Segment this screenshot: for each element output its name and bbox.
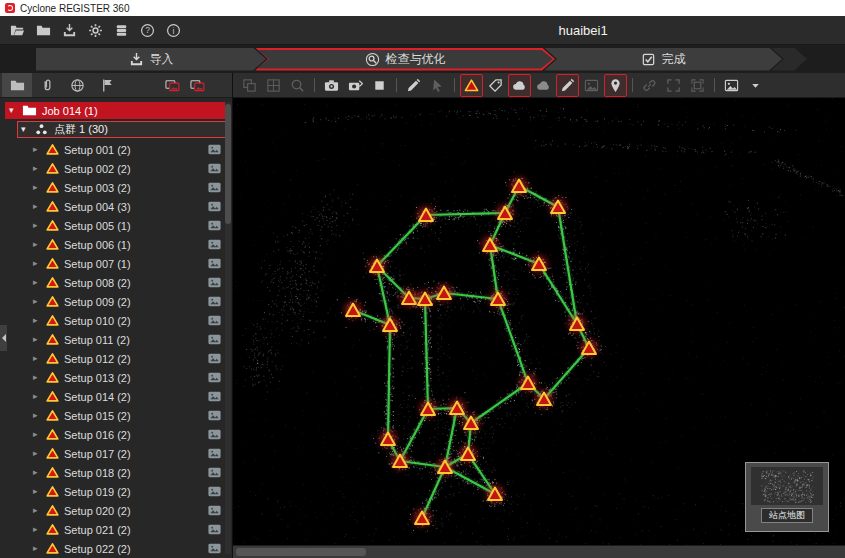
split-view-icon[interactable] xyxy=(262,74,285,97)
tree-row-setup[interactable]: ▸ Setup 018 (2) xyxy=(0,463,232,482)
setup-image-icon[interactable] xyxy=(207,313,222,328)
tree-row-setup[interactable]: ▸ Setup 003 (2) xyxy=(0,178,232,197)
setup-marker[interactable] xyxy=(417,291,434,308)
export-snapshot-icon[interactable] xyxy=(344,74,367,97)
expand-chevron-icon[interactable]: ▸ xyxy=(33,411,41,420)
tree-row-setup[interactable]: ▸ Setup 010 (2) xyxy=(0,311,232,330)
setup-image-icon[interactable] xyxy=(207,275,222,290)
tree-row-setup[interactable]: ▸ Setup 004 (3) xyxy=(0,197,232,216)
expand-chevron-icon[interactable]: ▸ xyxy=(33,468,41,477)
expand-chevron-icon[interactable]: ▸ xyxy=(33,373,41,382)
expand-chevron-icon[interactable]: ▸ xyxy=(33,164,41,173)
setup-marker[interactable] xyxy=(536,391,553,408)
expand-chevron-icon[interactable]: ▸ xyxy=(33,392,41,401)
setup-image-icon[interactable] xyxy=(207,237,222,252)
setup-image-icon[interactable] xyxy=(207,199,222,214)
help-icon[interactable]: ? xyxy=(136,19,159,41)
info-icon[interactable]: i xyxy=(162,19,185,41)
tree-row-setup[interactable]: ▸ Setup 008 (2) xyxy=(0,273,232,292)
horizontal-scrollbar[interactable] xyxy=(233,545,845,558)
show-labels-icon[interactable] xyxy=(484,74,507,97)
setup-marker[interactable] xyxy=(418,207,435,224)
show-geotags-icon[interactable] xyxy=(604,74,627,97)
setup-image-icon[interactable] xyxy=(207,484,222,499)
toggle-thumbnails-a[interactable] xyxy=(161,74,183,96)
dropdown-caret-icon[interactable] xyxy=(744,74,767,97)
show-pointcloud-alt-icon[interactable] xyxy=(532,74,555,97)
tree-row-setup[interactable]: ▸ Setup 019 (2) xyxy=(0,482,232,501)
snapshot-icon[interactable] xyxy=(320,74,343,97)
setup-marker[interactable] xyxy=(449,400,466,417)
collapse-chevron-icon[interactable]: ▾ xyxy=(9,106,17,115)
setup-marker[interactable] xyxy=(463,415,480,432)
zoom-window-icon[interactable] xyxy=(286,74,309,97)
tree-row-setup[interactable]: ▸ Setup 005 (1) xyxy=(0,216,232,235)
setup-image-icon[interactable] xyxy=(207,294,222,309)
stop-capture-icon[interactable] xyxy=(368,74,391,97)
expand-chevron-icon[interactable]: ▸ xyxy=(33,449,41,458)
tree-row-setup[interactable]: ▸ Setup 013 (2) xyxy=(0,368,232,387)
setup-marker[interactable] xyxy=(414,510,431,527)
setup-marker[interactable] xyxy=(436,285,453,302)
setup-marker[interactable] xyxy=(345,302,362,319)
setup-marker[interactable] xyxy=(511,178,528,195)
tree-row-setup[interactable]: ▸ Setup 021 (2) xyxy=(0,520,232,539)
tree-row-setup[interactable]: ▸ Setup 015 (2) xyxy=(0,406,232,425)
setup-image-icon[interactable] xyxy=(207,142,222,157)
expand-chevron-icon[interactable]: ▸ xyxy=(33,240,41,249)
tree-row-setup[interactable]: ▸ Setup 009 (2) xyxy=(0,292,232,311)
setup-image-icon[interactable] xyxy=(207,389,222,404)
tree-row-setup[interactable]: ▸ Setup 002 (2) xyxy=(0,159,232,178)
setup-marker[interactable] xyxy=(490,291,507,308)
setup-marker[interactable] xyxy=(531,256,548,273)
sidebar-collapse-handle[interactable] xyxy=(0,325,7,351)
tree-row-setup[interactable]: ▸ Setup 014 (2) xyxy=(0,387,232,406)
select-tool-icon[interactable] xyxy=(426,74,449,97)
toggle-thumbnails-b[interactable] xyxy=(186,74,208,96)
collapse-chevron-icon[interactable]: ▾ xyxy=(21,125,29,134)
point-cloud-viewport[interactable]: 站点地图 xyxy=(233,98,845,545)
expand-chevron-icon[interactable]: ▸ xyxy=(33,316,41,325)
setup-marker[interactable] xyxy=(369,258,386,275)
setup-image-icon[interactable] xyxy=(207,465,222,480)
expand-chevron-icon[interactable]: ▸ xyxy=(33,202,41,211)
annotate-icon[interactable] xyxy=(402,74,425,97)
tab-web[interactable] xyxy=(62,73,92,97)
workflow-step-finalize[interactable]: 完成 xyxy=(544,48,782,71)
setup-image-icon[interactable] xyxy=(207,541,222,556)
setup-marker[interactable] xyxy=(380,431,397,448)
expand-chevron-icon[interactable]: ▸ xyxy=(33,430,41,439)
setup-image-icon[interactable] xyxy=(207,522,222,537)
setup-marker[interactable] xyxy=(420,401,437,418)
expand-chevron-icon[interactable]: ▸ xyxy=(33,544,41,553)
workflow-step-review[interactable]: 检查与优化 xyxy=(255,48,555,71)
site-map-panel[interactable]: 站点地图 xyxy=(745,462,829,532)
setup-marker[interactable] xyxy=(550,199,567,216)
expand-chevron-icon[interactable]: ▸ xyxy=(33,221,41,230)
setup-image-icon[interactable] xyxy=(207,218,222,233)
tree-row-setup[interactable]: ▸ Setup 006 (1) xyxy=(0,235,232,254)
setup-image-icon[interactable] xyxy=(207,503,222,518)
setup-image-icon[interactable] xyxy=(207,427,222,442)
tab-attachments[interactable] xyxy=(32,73,62,97)
setup-marker[interactable] xyxy=(460,446,477,463)
tree-row-setup[interactable]: ▸ Setup 020 (2) xyxy=(0,501,232,520)
setup-image-icon[interactable] xyxy=(207,161,222,176)
workflow-step-import[interactable]: 导入 xyxy=(36,48,266,71)
expand-chevron-icon[interactable]: ▸ xyxy=(33,278,41,287)
show-images-icon[interactable] xyxy=(580,74,603,97)
tab-bookmarks[interactable] xyxy=(92,73,122,97)
tree-scrollbar[interactable] xyxy=(225,102,231,554)
setup-image-icon[interactable] xyxy=(207,408,222,423)
expand-view-icon[interactable] xyxy=(662,74,685,97)
setup-marker[interactable] xyxy=(497,205,514,222)
new-project-icon[interactable] xyxy=(32,19,55,41)
tree-row-setup[interactable]: ▸ Setup 016 (2) xyxy=(0,425,232,444)
setup-image-icon[interactable] xyxy=(207,446,222,461)
setup-marker[interactable] xyxy=(382,317,399,334)
duplicate-view-icon[interactable] xyxy=(238,74,261,97)
settings-gear-icon[interactable] xyxy=(84,19,107,41)
setup-marker[interactable] xyxy=(487,486,504,503)
open-project-icon[interactable] xyxy=(6,19,29,41)
expand-chevron-icon[interactable]: ▸ xyxy=(33,335,41,344)
